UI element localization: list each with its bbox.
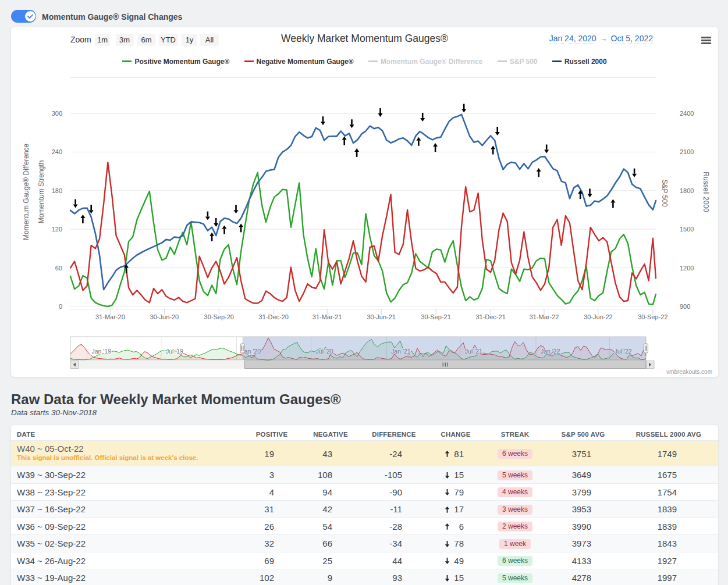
svg-text:2400: 2400	[680, 110, 694, 117]
svg-text:300: 300	[52, 110, 62, 117]
svg-text:1800: 1800	[680, 187, 694, 194]
svg-text:0: 0	[59, 303, 62, 310]
svg-text:1200: 1200	[680, 265, 694, 272]
svg-text:2100: 2100	[680, 148, 694, 155]
svg-text:60: 60	[55, 265, 62, 272]
svg-text:vmbreakouts.com: vmbreakouts.com	[666, 369, 712, 375]
svg-text:Momentum Strength: Momentum Strength	[37, 160, 45, 224]
svg-text:30-Sep-22: 30-Sep-22	[638, 313, 667, 320]
svg-text:30-Jun-22: 30-Jun-22	[584, 313, 613, 320]
svg-text:30-Sep-20: 30-Sep-20	[204, 313, 234, 320]
svg-text:31-Mar-21: 31-Mar-21	[312, 313, 342, 320]
svg-text:31-Dec-21: 31-Dec-21	[475, 313, 505, 320]
svg-text:Jan '19: Jan '19	[92, 348, 112, 355]
svg-text:30-Jun-21: 30-Jun-21	[367, 313, 396, 320]
svg-text:120: 120	[52, 226, 62, 233]
svg-text:240: 240	[52, 148, 62, 155]
svg-text:Momentum Gauge® Difference: Momentum Gauge® Difference	[22, 144, 30, 240]
svg-text:Jul '19: Jul '19	[166, 348, 183, 355]
svg-text:180: 180	[52, 187, 62, 194]
svg-text:Russell 2000: Russell 2000	[702, 172, 710, 212]
svg-text:1500: 1500	[680, 226, 694, 233]
svg-text:30-Sep-21: 30-Sep-21	[421, 313, 450, 320]
svg-text:31-Mar-22: 31-Mar-22	[530, 313, 559, 320]
svg-text:900: 900	[680, 303, 690, 310]
svg-text:31-Dec-20: 31-Dec-20	[259, 313, 289, 320]
svg-text:S&P 500: S&P 500	[660, 179, 669, 206]
svg-text:31-Mar-20: 31-Mar-20	[95, 313, 125, 320]
svg-text:30-Jun-20: 30-Jun-20	[150, 313, 179, 320]
